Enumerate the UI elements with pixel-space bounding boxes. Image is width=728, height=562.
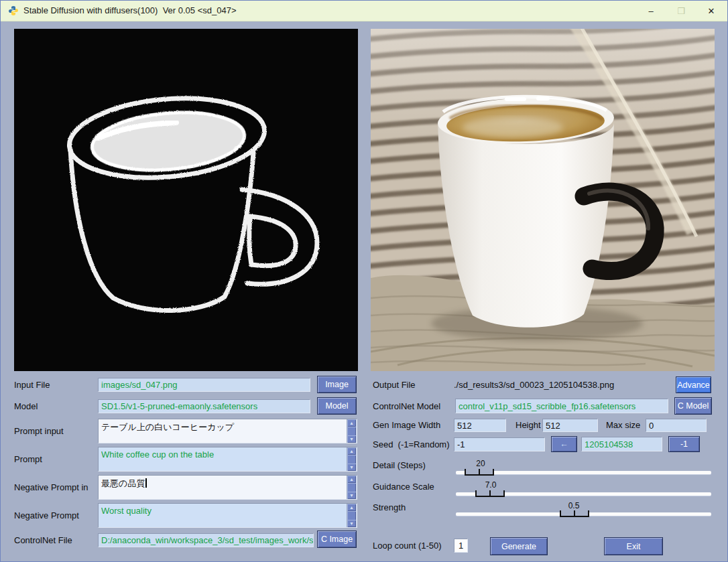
guidance-scale-value: 7.0 (485, 480, 497, 490)
loop-count-value: 1 (459, 540, 463, 551)
app-window: Stable Diffusion with diffusers(100) Ver… (0, 0, 728, 562)
controlnet-model-field[interactable]: control_v11p_sd15_scribble_fp16.safetens… (455, 399, 668, 413)
scroll-down-icon[interactable]: ▼ (347, 520, 356, 527)
prompt-value: White coffee cup on the table (101, 449, 346, 460)
maximize-icon: ❒ (677, 6, 685, 16)
input-file-label: Input File (14, 378, 50, 392)
controlnet-file-value: D:/anaconda_win/workspace_3/sd_test/imag… (101, 535, 314, 546)
scroll-up-icon[interactable]: ▲ (347, 419, 356, 427)
prompt-input-label: Prompt input (14, 425, 64, 438)
exit-button[interactable]: Exit (604, 537, 663, 555)
controlnet-file-label: ControlNet File (14, 534, 72, 547)
model-field[interactable]: SD1.5/v1-5-pruned-emaonly.safetensors (98, 399, 310, 413)
gen-image-width-value: 512 (457, 420, 472, 431)
controlnet-model-value: control_v11p_sd15_scribble_fp16.safetens… (459, 401, 635, 412)
output-file-value: ./sd_results3/sd_00023_1205104538.png (454, 378, 614, 392)
scroll-down-icon[interactable]: ▼ (347, 464, 356, 471)
loop-count-field[interactable]: 1 (454, 539, 468, 553)
gen-image-width-field[interactable]: 512 (454, 419, 506, 432)
window-title: Stable Diffusion with diffusers(100) Ver… (23, 1, 237, 21)
minimize-button[interactable]: – (636, 1, 666, 21)
scrollbar-thumb[interactable] (347, 483, 356, 492)
detail-steps-label: Detail (Steps) (373, 459, 426, 472)
input-file-field[interactable]: images/sd_047.png (98, 378, 310, 392)
scrollbar-thumb[interactable] (347, 455, 356, 464)
python-logo-icon (8, 5, 19, 16)
scrollbar[interactable]: ▲ ▼ (347, 476, 357, 499)
negative-prompt-in-label: Negative Prompt in (14, 481, 88, 494)
negative-prompt-value: Worst quality (101, 506, 346, 516)
model-button[interactable]: Model (317, 397, 357, 415)
scrollbar-thumb[interactable] (347, 427, 356, 436)
image-button[interactable]: Image (317, 376, 357, 393)
seed-input-value: -1 (457, 439, 465, 450)
strength-value: 0.5 (568, 501, 580, 510)
loop-count-label: Loop count (1-50) (373, 539, 442, 553)
seed-display-field[interactable]: 1205104538 (581, 437, 662, 451)
scroll-up-icon[interactable]: ▲ (347, 447, 356, 455)
max-size-value: 0 (649, 420, 654, 431)
model-value: SD1.5/v1-5-pruned-emaonly.safetensors (101, 401, 257, 412)
negative-prompt-in-textarea[interactable]: 最悪の品質 ▲ ▼ (98, 475, 357, 500)
text-caret (145, 478, 147, 488)
seed-reset-button[interactable]: -1 (668, 436, 700, 452)
negative-prompt-in-value: 最悪の品質 (101, 478, 145, 488)
scrollbar-thumb[interactable] (347, 511, 356, 520)
max-size-label: Max size (606, 419, 640, 432)
scrollbar[interactable]: ▲ ▼ (347, 447, 357, 471)
scrollbar[interactable]: ▲ ▼ (347, 504, 357, 527)
prompt-input-textarea[interactable]: テーブル上の白いコーヒーカップ ▲ ▼ (98, 419, 357, 443)
seed-input-field[interactable]: -1 (454, 437, 545, 451)
strength-label: Strength (373, 501, 406, 514)
close-button[interactable]: ✕ (696, 1, 726, 21)
seed-display-value: 1205104538 (585, 439, 633, 450)
seed-label: Seed (-1=Random) (373, 438, 450, 451)
maximize-button: ❒ (666, 1, 696, 21)
negative-prompt-label: Negative Prompt (14, 509, 79, 522)
minimize-icon: – (648, 6, 653, 16)
height-value: 512 (546, 420, 560, 431)
guidance-scale-label: Guidance Scale (373, 480, 434, 494)
detail-steps-slider-handle[interactable] (465, 469, 494, 476)
c-model-button[interactable]: C Model (674, 397, 712, 415)
close-icon: ✕ (708, 6, 715, 16)
prompt-textarea[interactable]: White coffee cup on the table ▲ ▼ (98, 447, 357, 472)
scroll-down-icon[interactable]: ▼ (347, 435, 356, 443)
height-label: Height (515, 419, 541, 432)
input-scribble-image (14, 29, 358, 371)
strength-slider-handle[interactable] (560, 510, 589, 517)
negative-prompt-textarea[interactable]: Worst quality ▲ ▼ (98, 503, 357, 528)
detail-steps-value: 20 (476, 459, 485, 468)
c-image-button[interactable]: C Image (317, 531, 357, 548)
input-file-value: images/sd_047.png (101, 379, 177, 391)
prompt-input-value: テーブル上の白いコーヒーカップ (101, 421, 346, 433)
titlebar: Stable Diffusion with diffusers(100) Ver… (1, 1, 727, 21)
prompt-label: Prompt (14, 453, 42, 466)
detail-steps-slider[interactable] (456, 471, 711, 474)
output-file-label: Output File (373, 378, 416, 392)
advance-button[interactable]: Advance (676, 376, 711, 393)
scroll-down-icon[interactable]: ▼ (347, 492, 356, 499)
scrollbar[interactable]: ▲ ▼ (347, 419, 357, 443)
gen-image-width-label: Gen Image Width (373, 419, 440, 432)
seed-copy-button[interactable]: ← (551, 436, 577, 452)
model-label: Model (14, 400, 38, 413)
generate-button[interactable]: Generate (490, 537, 548, 555)
scroll-up-icon[interactable]: ▲ (347, 476, 356, 483)
controlnet-file-field[interactable]: D:/anaconda_win/workspace_3/sd_test/imag… (98, 533, 314, 547)
controlnet-model-label: ControlNet Model (373, 400, 440, 413)
height-field[interactable]: 512 (542, 419, 598, 432)
output-photo-image (371, 29, 715, 371)
max-size-field[interactable]: 0 (646, 419, 707, 432)
scroll-up-icon[interactable]: ▲ (347, 504, 356, 511)
left-arrow-icon: ← (560, 439, 568, 449)
guidance-scale-slider-handle[interactable] (475, 490, 505, 497)
